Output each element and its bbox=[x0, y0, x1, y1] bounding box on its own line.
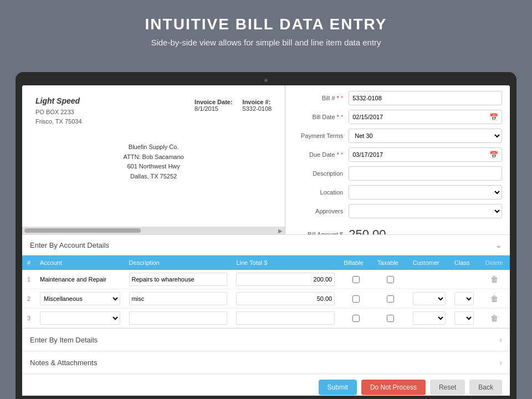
row-customer-3[interactable] bbox=[408, 309, 450, 328]
class-select-3[interactable] bbox=[454, 311, 474, 325]
bill-date-input[interactable] bbox=[349, 110, 486, 124]
amount-input-1[interactable] bbox=[236, 273, 335, 286]
description-label: Description bbox=[293, 170, 349, 177]
delete-btn-2[interactable]: 🗑 bbox=[483, 294, 505, 303]
location-select[interactable] bbox=[349, 185, 502, 200]
row-taxable-3[interactable] bbox=[373, 309, 408, 328]
notes-section[interactable]: Notes & Attachments › bbox=[22, 351, 510, 374]
row-taxable-1[interactable] bbox=[373, 270, 408, 289]
row-class-2[interactable] bbox=[450, 289, 478, 309]
row-amount-3[interactable] bbox=[232, 309, 339, 328]
col-header-class: Class bbox=[450, 255, 478, 270]
taxable-checkbox-3[interactable] bbox=[387, 315, 394, 322]
item-details-section[interactable]: Enter By Item Details › bbox=[22, 328, 510, 351]
scroll-arrow-right-icon[interactable]: ▶ bbox=[278, 228, 283, 234]
billable-checkbox-3[interactable] bbox=[352, 315, 360, 322]
submit-button[interactable]: Submit bbox=[319, 380, 357, 395]
back-button[interactable]: Back bbox=[469, 380, 502, 395]
payment-terms-select[interactable]: Net 30 bbox=[349, 129, 502, 143]
invoice-address-line2: Frisco, TX 75034 bbox=[35, 117, 82, 126]
table-row: 2 Miscellaneous 🗑 bbox=[22, 289, 510, 309]
row-num-1: 1 bbox=[22, 270, 35, 289]
laptop-screen: Light Speed PO BOX 2233 Frisco, TX 75034… bbox=[22, 85, 510, 396]
invoice-scrollbar[interactable]: ▶ bbox=[22, 227, 285, 234]
col-header-delete: Delete bbox=[478, 255, 510, 270]
page-subtitle: Side-by-side view allows for simple bill… bbox=[11, 38, 521, 47]
row-delete-3[interactable]: 🗑 bbox=[478, 309, 510, 328]
row-customer-2[interactable] bbox=[408, 289, 450, 309]
row-account-3[interactable] bbox=[35, 309, 125, 328]
account-details-header[interactable]: Enter By Account Details ⌄ bbox=[22, 235, 510, 255]
col-header-description: Description bbox=[125, 255, 232, 270]
delete-btn-3[interactable]: 🗑 bbox=[483, 314, 505, 323]
approvers-label: Approvers bbox=[293, 208, 349, 214]
row-amount-2[interactable] bbox=[232, 289, 339, 309]
account-select-2[interactable]: Miscellaneous bbox=[40, 292, 120, 305]
row-account-2[interactable]: Miscellaneous bbox=[35, 289, 125, 309]
approvers-select[interactable] bbox=[349, 204, 502, 218]
billable-checkbox-1[interactable] bbox=[352, 276, 360, 283]
page-title: INTUITIVE BILL DATA ENTRY bbox=[11, 16, 521, 33]
do-not-process-button[interactable]: Do Not Process bbox=[361, 380, 426, 395]
billable-checkbox-2[interactable] bbox=[352, 295, 360, 303]
row-num-3: 3 bbox=[22, 309, 35, 328]
due-date-input-wrapper: 📅 bbox=[349, 147, 502, 162]
row-account-1[interactable]: Maintenance and Repair bbox=[35, 270, 125, 289]
invoice-date-block: Invoice Date: 8/1/2015 bbox=[195, 99, 232, 112]
desc-input-2[interactable] bbox=[129, 292, 228, 305]
class-select-2[interactable] bbox=[454, 292, 474, 305]
invoice-address-line1: PO BOX 2233 bbox=[35, 108, 82, 117]
notes-chevron-icon: › bbox=[499, 358, 502, 367]
row-desc-3[interactable] bbox=[125, 309, 232, 328]
row-customer-1[interactable] bbox=[408, 270, 450, 289]
payment-terms-row: Payment Terms Net 30 bbox=[293, 129, 502, 143]
col-header-account: Account bbox=[35, 255, 125, 270]
due-date-calendar-icon[interactable]: 📅 bbox=[486, 151, 502, 159]
row-taxable-2[interactable] bbox=[373, 289, 408, 309]
bill-amount-value: 250.00 bbox=[349, 227, 386, 234]
amount-input-3[interactable] bbox=[236, 311, 335, 325]
account-details-label: Enter By Account Details bbox=[30, 241, 109, 249]
taxable-checkbox-1[interactable] bbox=[387, 276, 394, 283]
desc-input-3[interactable] bbox=[129, 311, 228, 325]
row-delete-1[interactable]: 🗑 bbox=[478, 270, 510, 289]
bill-date-calendar-icon[interactable]: 📅 bbox=[486, 113, 502, 121]
row-desc-1[interactable] bbox=[125, 270, 232, 289]
customer-select-2[interactable] bbox=[413, 292, 446, 305]
panels: Light Speed PO BOX 2233 Frisco, TX 75034… bbox=[22, 85, 510, 235]
account-select-3[interactable] bbox=[40, 311, 120, 325]
screen-content: Light Speed PO BOX 2233 Frisco, TX 75034… bbox=[22, 85, 510, 396]
invoice-company-name: Light Speed bbox=[35, 96, 82, 105]
table-row: 1 Maintenance and Repair bbox=[22, 270, 510, 289]
row-delete-2[interactable]: 🗑 bbox=[478, 289, 510, 309]
desc-input-1[interactable] bbox=[129, 273, 228, 286]
reset-button[interactable]: Reset bbox=[430, 380, 465, 395]
delete-btn-1[interactable]: 🗑 bbox=[483, 275, 505, 284]
bill-num-row: Bill # * bbox=[293, 91, 502, 105]
col-header-taxable: Taxable bbox=[373, 255, 408, 270]
row-billable-1[interactable] bbox=[339, 270, 373, 289]
notes-label: Notes & Attachments bbox=[30, 359, 97, 367]
laptop-camera bbox=[264, 79, 268, 82]
amount-input-2[interactable] bbox=[236, 292, 335, 305]
description-input[interactable] bbox=[349, 166, 502, 181]
payment-terms-label: Payment Terms bbox=[293, 132, 349, 139]
due-date-input[interactable] bbox=[349, 148, 486, 161]
row-class-3[interactable] bbox=[450, 309, 478, 328]
bill-to-attn: ATTN: Bob Sacamano bbox=[35, 152, 272, 162]
row-desc-2[interactable] bbox=[125, 289, 232, 309]
bill-num-input[interactable] bbox=[349, 91, 502, 105]
taxable-checkbox-2[interactable] bbox=[387, 295, 394, 303]
invoice-num-block: Invoice #: 5332-0108 bbox=[243, 99, 272, 112]
row-billable-2[interactable] bbox=[339, 289, 373, 309]
row-num-2: 2 bbox=[22, 289, 35, 309]
customer-select-3[interactable] bbox=[413, 311, 446, 325]
row-billable-3[interactable] bbox=[339, 309, 373, 328]
row-class-1[interactable] bbox=[450, 270, 478, 289]
bill-date-label: Bill Date * bbox=[293, 114, 349, 120]
invoice-num-label: Invoice #: bbox=[243, 99, 272, 105]
item-details-label: Enter By Item Details bbox=[30, 336, 98, 344]
col-header-line-total: Line Total $ bbox=[232, 255, 339, 270]
row-amount-1[interactable] bbox=[232, 270, 339, 289]
invoice-date-label: Invoice Date: bbox=[195, 99, 232, 105]
